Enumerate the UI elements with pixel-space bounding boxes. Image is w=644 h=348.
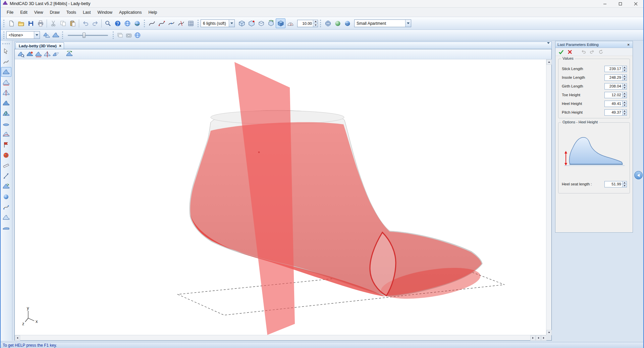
last-bottom-tool[interactable] [1,119,11,129]
lights-select[interactable]: 6 lights (soft) [201,19,235,27]
last-view-button[interactable] [51,31,60,39]
spin-down-button[interactable] [623,86,627,89]
panel-undo-button[interactable] [580,49,587,55]
cancel-button[interactable] [566,49,574,55]
transparency-slider[interactable] [68,32,108,39]
toolbar-grip[interactable] [62,32,63,39]
new-button[interactable] [6,18,16,28]
insole-length-spinner[interactable]: 248.29 [604,74,627,81]
prism-remove-button[interactable] [256,18,266,28]
grid-size-input[interactable] [298,20,313,27]
3d-viewport[interactable]: y x z [15,59,546,335]
compare-view-button[interactable] [65,50,74,58]
menu-item-applications[interactable]: Applications [116,8,145,16]
help-button[interactable] [113,18,122,28]
last-compare-tool[interactable] [1,213,11,222]
menu-item-help[interactable]: Help [145,8,160,16]
heel-seat-spinner[interactable]: 51.99 [604,181,627,187]
toolbar-grip[interactable] [2,43,10,44]
spin-down-button[interactable] [623,69,627,72]
menu-item-view[interactable]: View [31,8,47,16]
last-girth-tool[interactable] [1,109,11,118]
last-export-tool[interactable] [1,181,11,191]
measure-view-button[interactable] [34,50,43,58]
panel-header[interactable]: Last Parameters Editing × [555,41,633,48]
tab-lady-betty-3d-view[interactable]: Lady-betty (3D View) × [15,42,64,49]
menu-item-draw[interactable]: Draw [47,8,63,16]
param-value[interactable]: 248.29 [605,75,622,80]
param-value[interactable]: 208.04 [605,83,622,89]
paste-button[interactable] [68,18,77,28]
spin-up-button[interactable] [623,66,627,69]
web-button[interactable] [122,18,132,28]
menu-item-window[interactable]: Window [94,8,116,16]
spin-up-button[interactable] [623,75,627,77]
spin-up-button[interactable] [313,20,318,23]
panel-close-icon[interactable]: × [626,43,631,47]
tab-list-button[interactable] [547,44,550,49]
spin-up-button[interactable] [623,181,627,184]
panel-redo-button[interactable] [588,49,596,55]
print-button[interactable] [36,18,45,28]
copy-button[interactable] [58,18,68,28]
spin-up-button[interactable] [623,101,627,104]
toolbar-grip[interactable] [113,32,114,39]
panel-collapse-button[interactable] [634,171,643,179]
shade-wireframe-button[interactable] [323,18,333,28]
ruler-diagonal-tool[interactable] [1,161,11,170]
toolbar-grip[interactable] [3,20,4,27]
pan-right-button[interactable] [541,335,546,341]
prism-add-button[interactable] [247,18,256,28]
protractor-button[interactable] [285,18,295,28]
chevron-down-icon[interactable] [405,20,411,27]
last-measure-tool[interactable] [1,77,11,87]
toolbar-grip[interactable] [144,20,145,27]
minimize-button[interactable] [597,0,612,8]
publish-button[interactable] [133,31,142,39]
spin-down-button[interactable] [623,112,627,115]
toolbar-grip[interactable] [3,32,4,39]
menu-item-last[interactable]: Last [79,8,94,16]
menu-item-edit[interactable]: Edit [17,8,31,16]
panel-refresh-button[interactable] [597,49,604,55]
stick-length-spinner[interactable]: 239.17 [604,66,627,72]
spin-up-button[interactable] [623,110,627,112]
param-value[interactable]: 49.37 [605,110,622,115]
last-compare-button[interactable] [43,31,51,39]
scroll-down-button[interactable] [546,330,552,335]
last-edit-tool[interactable] [1,67,11,77]
param-value[interactable]: 12.02 [605,92,622,98]
shade-smooth-button[interactable] [333,18,342,28]
sphere-view-tool[interactable] [1,192,11,201]
maximize-button[interactable] [612,0,628,8]
curve-tool[interactable] [1,57,11,66]
scroll-left-button[interactable] [15,335,20,341]
select-cursor-tool[interactable] [1,46,11,56]
last-section-tool[interactable] [1,88,11,98]
cut-button[interactable] [48,18,58,28]
zoom-button[interactable] [103,18,113,28]
spin-down-button[interactable] [623,184,627,187]
heel-height-spinner[interactable]: 49.41 [604,101,627,107]
grid-size-spinner[interactable] [297,20,318,27]
save-button[interactable] [26,18,36,28]
slider-thumb[interactable] [83,33,86,38]
spline-cut-button[interactable] [176,18,186,28]
pitch-height-spinner[interactable]: 49.37 [604,109,627,116]
chevron-down-icon[interactable] [34,32,40,39]
spin-down-button[interactable] [623,104,627,107]
chevron-down-icon[interactable] [229,20,234,27]
toolbar-grip[interactable] [320,20,321,27]
menu-item-file[interactable]: File [3,8,17,16]
menu-item-tools[interactable]: Tools [63,8,79,16]
prism-view-button[interactable] [237,18,247,28]
section-view-button[interactable] [43,50,52,58]
spin-down-button[interactable] [623,77,627,80]
tab-close-icon[interactable]: × [59,44,61,48]
param-value[interactable]: 239.17 [605,66,622,72]
grid-button[interactable] [186,18,196,28]
shade-textured-button[interactable] [342,18,352,28]
scroll-up-button[interactable] [546,59,552,65]
girth-length-spinner[interactable]: 208.04 [604,83,627,90]
apply-button[interactable] [557,49,565,55]
